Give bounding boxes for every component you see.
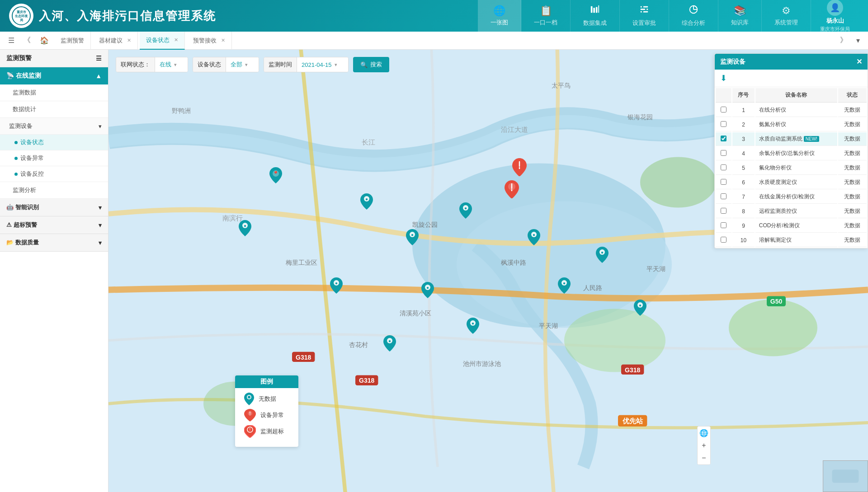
- zoom-controls: 🌐 + −: [697, 426, 711, 465]
- user-area[interactable]: 👤 杨永山 重庆市环保局: [811, 0, 859, 36]
- sidebar-shebeiyichang-label: 设备异常: [20, 154, 44, 162]
- svg-text:人民路: 人民路: [583, 284, 602, 291]
- svg-rect-8: [641, 6, 648, 8]
- device-checkbox-10[interactable]: [721, 237, 726, 243]
- device-checkbox-6[interactable]: [721, 179, 726, 185]
- device-checkbox-9[interactable]: [721, 222, 726, 228]
- sidebar-active-dot: [14, 141, 18, 144]
- menu-toggle-btn[interactable]: ☰: [5, 32, 18, 50]
- sidebar-chaobiao-label-group: ⚠ 超标预警: [6, 221, 37, 229]
- svg-text:优先站: 优先站: [622, 417, 643, 425]
- sidebar-section-chaobiao[interactable]: ⚠ 超标预警 ▾: [0, 216, 108, 234]
- yizhangtu-icon: 🌐: [493, 5, 505, 17]
- sidebar-item-jianceshuju[interactable]: 监测数据: [0, 84, 108, 101]
- device-seq: 3: [732, 132, 755, 146]
- network-status-filter[interactable]: 联网状态： 在线: [116, 57, 188, 72]
- nav-item-zonghe[interactable]: 综合分析: [669, 0, 718, 32]
- sidebar-subitem-shebeiyichang[interactable]: 设备异常: [0, 150, 108, 166]
- sidebar-item-jiancefenxi[interactable]: 监测分析: [0, 182, 108, 199]
- zoom-in-btn[interactable]: +: [698, 439, 710, 452]
- nav-item-shujuji[interactable]: 数据集成: [571, 0, 620, 32]
- device-table-row[interactable]: 3水质自动监测系统NEW!无数据: [716, 132, 867, 146]
- device-status: 无数据: [838, 205, 867, 218]
- nav-item-yizhangtu[interactable]: 🌐 一张图: [478, 0, 521, 32]
- device-panel-close-btn[interactable]: ✕: [856, 57, 862, 66]
- device-checkbox-2[interactable]: [721, 121, 726, 127]
- device-table-row[interactable]: 1在线分析仪无数据: [716, 103, 867, 117]
- sidebar-subsection-jiancesb[interactable]: 监测设备 ▾: [0, 118, 108, 135]
- svg-text:平天湖: 平天湖: [539, 322, 558, 329]
- tab-nav-next-btn[interactable]: 》: [836, 32, 851, 50]
- zoom-globe-btn[interactable]: 🌐: [698, 426, 710, 439]
- logo-icon: 重庆市 生态环境 局: [9, 4, 33, 28]
- device-seq: 6: [732, 176, 755, 189]
- device-panel-download-btn[interactable]: ⬇: [720, 74, 727, 83]
- device-checkbox-8[interactable]: [721, 208, 726, 214]
- device-checkbox-1[interactable]: [721, 107, 726, 112]
- device-table-row[interactable]: 4余氯分析仪/总氯分析仪无数据: [716, 147, 867, 160]
- tab-nav-prev-btn[interactable]: 《: [20, 32, 34, 50]
- tab-shebeizt[interactable]: 设备状态 ✕: [140, 32, 185, 50]
- sidebar-jiancefenxi-label: 监测分析: [13, 187, 36, 193]
- sidebar-section-zaixian[interactable]: 📡 在线监测 ▲: [0, 67, 108, 84]
- nav-item-shezhi[interactable]: 设置审批: [620, 0, 669, 32]
- device-name: 水质硬度测定仪: [755, 176, 837, 189]
- sidebar-section-zhineng[interactable]: 🤖 智能识别 ▾: [0, 199, 108, 216]
- tab-qicaijianyi[interactable]: 器材建议 ✕: [93, 32, 138, 50]
- device-table-row[interactable]: 9COD分析/检测仪无数据: [716, 219, 867, 233]
- search-button[interactable]: 🔍 搜索: [353, 57, 389, 72]
- device-status-select[interactable]: 全部: [226, 57, 259, 72]
- device-status-filter[interactable]: 设备状态 全部: [193, 57, 259, 72]
- sidebar-subitem-shebeizhuangtai[interactable]: 设备状态: [0, 135, 108, 150]
- device-panel-title: 监测设备: [720, 58, 745, 66]
- svg-text:沿江大道: 沿江大道: [501, 126, 528, 133]
- svg-text:清溪苑小区: 清溪苑小区: [400, 309, 431, 317]
- network-status-select[interactable]: 在线: [155, 57, 188, 72]
- sidebar-header: 监测预警 ☰: [0, 50, 108, 67]
- home-tab-btn[interactable]: 🏠: [36, 36, 52, 45]
- xitong-label: 系统管理: [774, 19, 798, 27]
- device-panel-table: 序号 设备名称 状态 1在线分析仪无数据2氨氮分析仪无数据3水质自动监测系统NE…: [715, 87, 868, 248]
- device-table-row[interactable]: 7在线金属分析仪/检测仪无数据: [716, 190, 867, 204]
- monitor-time-select[interactable]: 2021-04-15: [297, 57, 348, 72]
- device-checkbox-7[interactable]: [721, 193, 726, 199]
- legend-box: 图例 无数据 ! 设备异常 ! 监测超标: [235, 375, 298, 447]
- sidebar-shujuzhiliang-icon: 📂: [6, 239, 15, 246]
- col-status: 状态: [838, 88, 867, 103]
- nav-item-yikouyidang[interactable]: 📋 一口一档: [521, 0, 571, 32]
- map-area[interactable]: 南滨行 长江 沿江大道 梅里工业区 凯旋公园 枫溪中路 人民路 清溪苑小区 杏花…: [108, 50, 868, 492]
- tab-yujingjieshou[interactable]: 预警接收 ✕: [187, 32, 232, 50]
- tab-shebeizt-close[interactable]: ✕: [174, 37, 178, 43]
- zoom-out-btn[interactable]: −: [698, 452, 710, 464]
- svg-rect-9: [641, 9, 648, 10]
- device-table-row[interactable]: 6水质硬度测定仪无数据: [716, 176, 867, 189]
- nav-item-zhishi[interactable]: 📚 知识库: [718, 0, 762, 32]
- device-table-row[interactable]: 10溶解氧测定仪无数据: [716, 234, 867, 247]
- device-table-row[interactable]: 5氟化物分析仪无数据: [716, 161, 867, 175]
- device-checkbox-3[interactable]: [721, 136, 726, 141]
- yizhangtu-label: 一张图: [491, 19, 508, 27]
- tab-qicaijianyi-close[interactable]: ✕: [127, 37, 131, 43]
- device-name: 在线金属分析仪/检测仪: [755, 190, 837, 204]
- tab-bar: ☰ 《 🏠 监测预警 器材建议 ✕ 设备状态 ✕ 预警接收 ✕ 》 ▾: [0, 32, 868, 50]
- sidebar-item-shujutj[interactable]: 数据统计: [0, 101, 108, 118]
- sidebar-subitem-shebeifankong[interactable]: 设备反控: [0, 166, 108, 182]
- tab-yujingjieshou-close[interactable]: ✕: [221, 37, 225, 43]
- sidebar-shebeifankong-label: 设备反控: [20, 170, 44, 178]
- svg-point-20: [640, 157, 716, 208]
- tab-jianceyujing[interactable]: 监测预警: [54, 32, 91, 50]
- device-status: 无数据: [838, 103, 867, 117]
- device-status: 无数据: [838, 147, 867, 160]
- monitor-time-filter[interactable]: 监测时间 2021-04-15: [264, 57, 349, 72]
- legend-abnormal: ! 设备异常: [244, 409, 289, 422]
- legend-title: 图例: [235, 375, 298, 388]
- device-table-row[interactable]: 8远程监测质控仪无数据: [716, 205, 867, 218]
- tab-nav-expand-btn[interactable]: ▾: [853, 32, 863, 50]
- sidebar-zaixian-icon: 📡: [6, 72, 16, 79]
- device-checkbox-5[interactable]: [721, 164, 726, 170]
- device-table-row[interactable]: 2氨氮分析仪无数据: [716, 118, 867, 131]
- nav-item-xitong[interactable]: ⚙ 系统管理: [762, 0, 811, 32]
- device-status: 无数据: [838, 118, 867, 131]
- device-checkbox-4[interactable]: [721, 150, 726, 156]
- sidebar-section-shujuzhiliang[interactable]: 📂 数据质量 ▾: [0, 234, 108, 252]
